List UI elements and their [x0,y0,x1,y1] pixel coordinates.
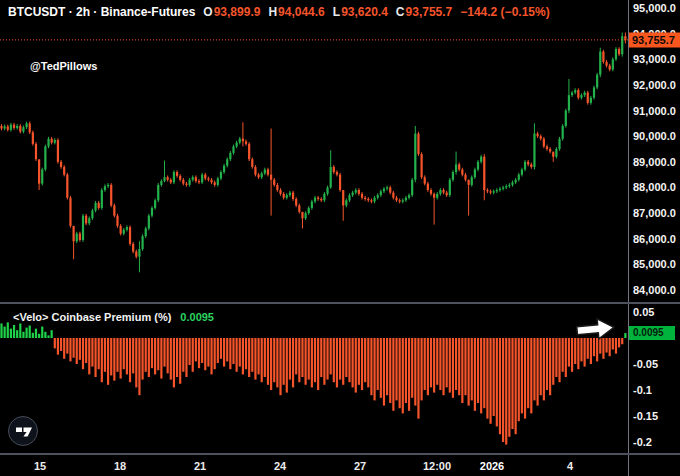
ohlc-high: H 94,044.6 [268,5,324,19]
tradingview-logo[interactable] [8,416,38,446]
time-tick-label: 2026 [480,460,504,472]
time-tick-label: 27 [354,460,366,472]
time-tick-label: 4 [567,460,573,472]
symbol-info-bar: BTCUSDT · 2h · Binance-Futures O 93,899.… [8,5,550,19]
ohlc-low: L 93,620.4 [333,5,388,19]
price-tick-label: 92,000.0 [633,79,676,91]
ohlc-close: C 93,755.7 [396,5,452,19]
time-tick-label: 21 [194,460,206,472]
ohlc-open: O 93,899.9 [203,5,260,19]
time-tick-label: 18 [114,460,126,472]
arrow-annotation-icon [574,314,618,344]
price-tick-label: 87,000.0 [633,207,676,219]
time-axis-divider[interactable] [0,453,680,455]
indicator-name[interactable]: <Velo> Coinbase Premium (%) [13,311,171,323]
last-price-label: 93,755.7 [629,32,680,47]
indicator-tick-label: -0.05 [633,358,658,370]
time-tick-label: 15 [34,460,46,472]
price-tick-label: 95,000.0 [633,2,676,14]
pane-divider[interactable] [0,302,680,304]
tradingview-logo-icon [9,416,37,446]
tradingview-chart-window: BTCUSDT · 2h · Binance-Futures O 93,899.… [0,0,680,476]
price-tick-label: 91,000.0 [633,105,676,117]
price-tick-label: 88,000.0 [633,181,676,193]
price-tick-label: 93,000.0 [633,53,676,65]
indicator-tick-label: 0.05 [633,306,654,318]
indicator-value-label: 0.0095 [629,326,675,340]
price-tick-label: 90,000.0 [633,130,676,142]
price-tick-label: 89,000.0 [633,156,676,168]
price-tick-label: 84,000.0 [633,284,676,296]
time-tick-label: 12:00 [423,460,451,472]
symbol-title[interactable]: BTCUSDT · 2h · Binance-Futures [8,5,195,19]
indicator-tick-label: -0.1 [633,384,652,396]
indicator-tick-label: -0.2 [633,436,652,448]
price-change: −144.2 (−0.15%) [460,5,549,19]
watermark-handle: @TedPillows [30,60,97,72]
indicator-current-value: 0.0095 [180,311,214,323]
price-tick-label: 85,000.0 [633,258,676,270]
price-axis-border [628,0,629,476]
indicator-tick-label: -0.15 [633,410,658,422]
indicator-title-row: <Velo> Coinbase Premium (%) 0.0095 [13,311,214,323]
price-tick-label: 86,000.0 [633,233,676,245]
time-tick-label: 24 [274,460,286,472]
